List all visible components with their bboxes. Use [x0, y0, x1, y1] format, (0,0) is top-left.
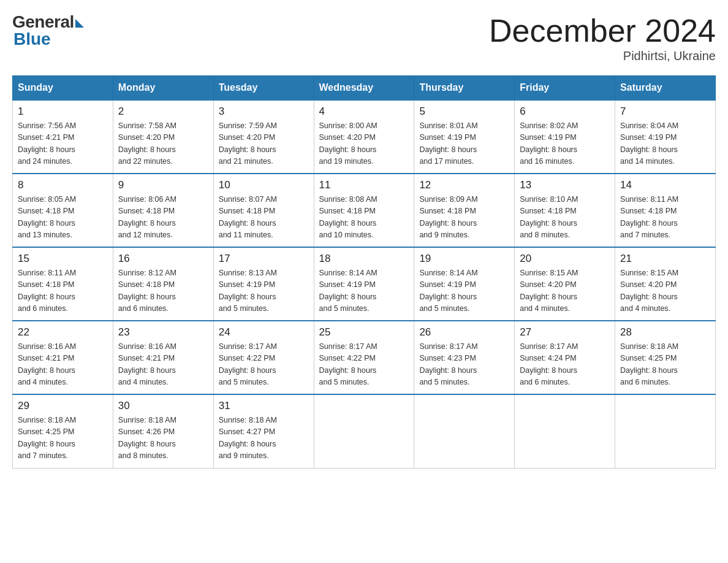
- table-row: 31 Sunrise: 8:18 AM Sunset: 4:27 PM Dayl…: [213, 394, 314, 468]
- day-number: 12: [419, 179, 509, 191]
- table-row: 10 Sunrise: 8:07 AM Sunset: 4:18 PM Dayl…: [213, 174, 314, 247]
- day-number: 29: [18, 400, 108, 412]
- day-number: 11: [319, 179, 409, 191]
- day-number: 13: [520, 179, 610, 191]
- page-header: General Blue December 2024 Pidhirtsi, Uk…: [12, 12, 716, 63]
- col-wednesday: Wednesday: [314, 76, 414, 101]
- day-info: Sunrise: 8:10 AM Sunset: 4:18 PM Dayligh…: [520, 194, 610, 242]
- day-number: 5: [419, 105, 509, 118]
- table-row: 19 Sunrise: 8:14 AM Sunset: 4:19 PM Dayl…: [414, 247, 515, 321]
- table-row: 11 Sunrise: 8:08 AM Sunset: 4:18 PM Dayl…: [314, 174, 414, 247]
- table-row: 25 Sunrise: 8:17 AM Sunset: 4:22 PM Dayl…: [314, 321, 414, 394]
- col-sunday: Sunday: [13, 76, 113, 101]
- day-number: 2: [118, 105, 208, 118]
- day-number: 19: [419, 253, 509, 265]
- day-number: 25: [319, 326, 409, 339]
- table-row: 2 Sunrise: 7:58 AM Sunset: 4:20 PM Dayli…: [113, 100, 213, 174]
- title-block: December 2024 Pidhirtsi, Ukraine: [489, 12, 716, 63]
- table-row: 9 Sunrise: 8:06 AM Sunset: 4:18 PM Dayli…: [113, 174, 213, 247]
- day-number: 24: [219, 326, 309, 339]
- table-row: 26 Sunrise: 8:17 AM Sunset: 4:23 PM Dayl…: [414, 321, 515, 394]
- day-number: 7: [620, 105, 710, 118]
- day-number: 31: [219, 400, 309, 412]
- day-number: 1: [18, 105, 108, 118]
- table-row: 15 Sunrise: 8:11 AM Sunset: 4:18 PM Dayl…: [13, 247, 113, 321]
- table-row: 4 Sunrise: 8:00 AM Sunset: 4:20 PM Dayli…: [314, 100, 414, 174]
- table-row: 7 Sunrise: 8:04 AM Sunset: 4:19 PM Dayli…: [615, 100, 716, 174]
- day-info: Sunrise: 8:17 AM Sunset: 4:22 PM Dayligh…: [319, 341, 409, 389]
- col-monday: Monday: [113, 76, 213, 101]
- day-info: Sunrise: 8:14 AM Sunset: 4:19 PM Dayligh…: [419, 267, 509, 315]
- day-info: Sunrise: 8:14 AM Sunset: 4:19 PM Dayligh…: [319, 267, 409, 315]
- day-info: Sunrise: 8:05 AM Sunset: 4:18 PM Dayligh…: [18, 194, 108, 242]
- day-info: Sunrise: 8:13 AM Sunset: 4:19 PM Dayligh…: [219, 267, 309, 315]
- table-row: 23 Sunrise: 8:16 AM Sunset: 4:21 PM Dayl…: [113, 321, 213, 394]
- day-info: Sunrise: 8:17 AM Sunset: 4:23 PM Dayligh…: [419, 341, 509, 389]
- table-row: [414, 394, 515, 468]
- day-info: Sunrise: 8:09 AM Sunset: 4:18 PM Dayligh…: [419, 194, 509, 242]
- table-row: 8 Sunrise: 8:05 AM Sunset: 4:18 PM Dayli…: [13, 174, 113, 247]
- table-row: 28 Sunrise: 8:18 AM Sunset: 4:25 PM Dayl…: [615, 321, 716, 394]
- table-row: 3 Sunrise: 7:59 AM Sunset: 4:20 PM Dayli…: [213, 100, 314, 174]
- day-info: Sunrise: 8:08 AM Sunset: 4:18 PM Dayligh…: [319, 194, 409, 242]
- day-info: Sunrise: 8:18 AM Sunset: 4:27 PM Dayligh…: [219, 415, 309, 462]
- day-info: Sunrise: 8:11 AM Sunset: 4:18 PM Dayligh…: [620, 194, 710, 242]
- day-info: Sunrise: 7:58 AM Sunset: 4:20 PM Dayligh…: [118, 120, 208, 168]
- day-number: 8: [18, 179, 108, 191]
- table-row: 18 Sunrise: 8:14 AM Sunset: 4:19 PM Dayl…: [314, 247, 414, 321]
- table-row: 27 Sunrise: 8:17 AM Sunset: 4:24 PM Dayl…: [515, 321, 615, 394]
- day-number: 17: [219, 253, 309, 265]
- day-number: 9: [118, 179, 208, 191]
- day-info: Sunrise: 7:56 AM Sunset: 4:21 PM Dayligh…: [18, 120, 108, 168]
- table-row: 24 Sunrise: 8:17 AM Sunset: 4:22 PM Dayl…: [213, 321, 314, 394]
- day-info: Sunrise: 8:16 AM Sunset: 4:21 PM Dayligh…: [18, 341, 108, 389]
- col-saturday: Saturday: [615, 76, 716, 101]
- day-number: 3: [219, 105, 309, 118]
- table-row: 17 Sunrise: 8:13 AM Sunset: 4:19 PM Dayl…: [213, 247, 314, 321]
- day-number: 10: [219, 179, 309, 191]
- calendar-week-row: 15 Sunrise: 8:11 AM Sunset: 4:18 PM Dayl…: [13, 247, 716, 321]
- logo-arrow-icon: [75, 19, 84, 28]
- day-number: 4: [319, 105, 409, 118]
- logo-blue-text: Blue: [13, 29, 84, 49]
- day-number: 23: [118, 326, 208, 339]
- month-title: December 2024: [489, 12, 716, 49]
- day-info: Sunrise: 8:18 AM Sunset: 4:25 PM Dayligh…: [620, 341, 710, 389]
- day-number: 6: [520, 105, 610, 118]
- location-subtitle: Pidhirtsi, Ukraine: [489, 49, 716, 63]
- day-number: 21: [620, 253, 710, 265]
- day-info: Sunrise: 8:18 AM Sunset: 4:25 PM Dayligh…: [18, 415, 108, 462]
- table-row: 12 Sunrise: 8:09 AM Sunset: 4:18 PM Dayl…: [414, 174, 515, 247]
- day-info: Sunrise: 8:16 AM Sunset: 4:21 PM Dayligh…: [118, 341, 208, 389]
- col-tuesday: Tuesday: [213, 76, 314, 101]
- day-info: Sunrise: 8:12 AM Sunset: 4:18 PM Dayligh…: [118, 267, 208, 315]
- day-info: Sunrise: 8:17 AM Sunset: 4:24 PM Dayligh…: [520, 341, 610, 389]
- logo: General Blue: [12, 12, 84, 49]
- table-row: [314, 394, 414, 468]
- day-number: 18: [319, 253, 409, 265]
- table-row: 1 Sunrise: 7:56 AM Sunset: 4:21 PM Dayli…: [13, 100, 113, 174]
- table-row: 30 Sunrise: 8:18 AM Sunset: 4:26 PM Dayl…: [113, 394, 213, 468]
- table-row: [515, 394, 615, 468]
- table-row: 20 Sunrise: 8:15 AM Sunset: 4:20 PM Dayl…: [515, 247, 615, 321]
- day-info: Sunrise: 8:00 AM Sunset: 4:20 PM Dayligh…: [319, 120, 409, 168]
- table-row: 6 Sunrise: 8:02 AM Sunset: 4:19 PM Dayli…: [515, 100, 615, 174]
- calendar-week-row: 22 Sunrise: 8:16 AM Sunset: 4:21 PM Dayl…: [13, 321, 716, 394]
- col-thursday: Thursday: [414, 76, 515, 101]
- day-info: Sunrise: 8:07 AM Sunset: 4:18 PM Dayligh…: [219, 194, 309, 242]
- day-info: Sunrise: 8:06 AM Sunset: 4:18 PM Dayligh…: [118, 194, 208, 242]
- day-info: Sunrise: 8:04 AM Sunset: 4:19 PM Dayligh…: [620, 120, 710, 168]
- table-row: 14 Sunrise: 8:11 AM Sunset: 4:18 PM Dayl…: [615, 174, 716, 247]
- col-friday: Friday: [515, 76, 615, 101]
- day-number: 27: [520, 326, 610, 339]
- day-info: Sunrise: 8:15 AM Sunset: 4:20 PM Dayligh…: [620, 267, 710, 315]
- calendar-table: Sunday Monday Tuesday Wednesday Thursday…: [12, 75, 716, 469]
- day-number: 26: [419, 326, 509, 339]
- calendar-header-row: Sunday Monday Tuesday Wednesday Thursday…: [13, 76, 716, 101]
- day-number: 14: [620, 179, 710, 191]
- day-info: Sunrise: 8:01 AM Sunset: 4:19 PM Dayligh…: [419, 120, 509, 168]
- table-row: 16 Sunrise: 8:12 AM Sunset: 4:18 PM Dayl…: [113, 247, 213, 321]
- day-info: Sunrise: 8:17 AM Sunset: 4:22 PM Dayligh…: [219, 341, 309, 389]
- day-number: 15: [18, 253, 108, 265]
- calendar-week-row: 8 Sunrise: 8:05 AM Sunset: 4:18 PM Dayli…: [13, 174, 716, 247]
